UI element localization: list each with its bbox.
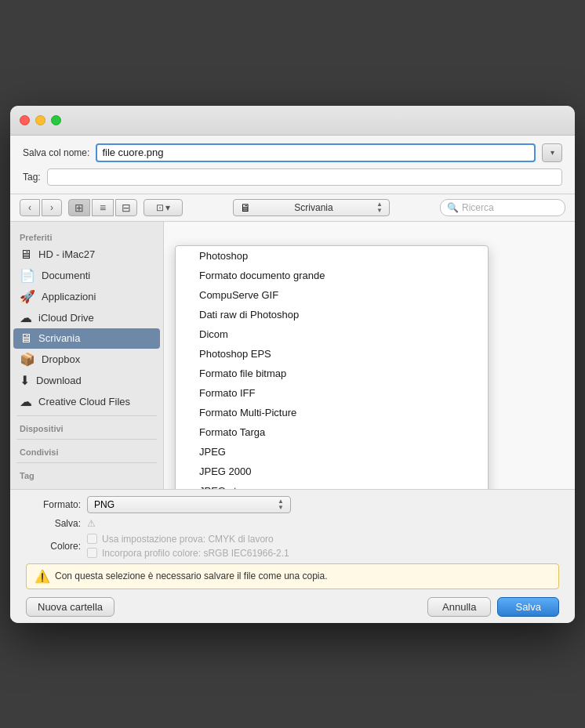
grid-icon: ⊞: [74, 201, 84, 214]
usa-impostazione-checkbox[interactable]: [87, 534, 97, 544]
format-arrows: ▲ ▼: [278, 498, 284, 511]
list-icon: ≡: [100, 201, 106, 214]
filename-input[interactable]: [96, 143, 536, 162]
incorpora-profilo-row: Incorpora profilo colore: sRGB IEC61966-…: [87, 548, 289, 559]
color-row: Colore: Usa impostazione prova: CMYK di …: [26, 534, 559, 559]
warning-text: Con questa selezione è necessario salvar…: [55, 570, 328, 581]
sidebar-item-creative-cloud[interactable]: ☁ Creative Cloud Files: [10, 391, 163, 412]
view-buttons: ⊞ ≡ ⊟: [68, 199, 137, 216]
dropdown-item-photoshop[interactable]: Photoshop: [176, 246, 488, 266]
dropbox-icon: 📦: [20, 352, 35, 367]
location-arrows: ▲ ▼: [376, 201, 383, 214]
location-select[interactable]: 🖥 Scrivania ▲ ▼: [233, 199, 390, 216]
icloud-icon: ☁: [20, 310, 32, 325]
sidebar-item-documenti[interactable]: 📄 Documenti: [10, 265, 163, 286]
sidebar: Preferiti 🖥 HD - iMac27 📄 Documenti 🚀 Ap…: [10, 222, 164, 489]
sidebar-item-label: Documenti: [42, 270, 90, 281]
sidebar-divider-1: [16, 415, 157, 416]
format-select[interactable]: PNG ▲ ▼: [87, 496, 291, 513]
usa-impostazione-label: Usa impostazione prova: CMYK di lavoro: [102, 534, 274, 545]
filename-row: Salva col nome: ▾: [23, 143, 562, 162]
sidebar-item-download[interactable]: ⬇ Download: [10, 370, 163, 391]
location-icon: 🖥: [240, 201, 251, 214]
sidebar-item-label: Applicazioni: [42, 291, 96, 302]
nav-arrows: ‹ ›: [20, 199, 62, 216]
dropdown-item-jpeg-stereo[interactable]: JPEG stereo: [176, 481, 488, 489]
save-button[interactable]: Salva: [497, 597, 559, 617]
incorpora-profilo-label: Incorpora profilo colore: sRGB IEC61966-…: [102, 548, 289, 559]
warning-icon: ⚠️: [35, 569, 50, 584]
tag-label: Tag:: [23, 172, 41, 183]
search-box[interactable]: 🔍 Ricerca: [440, 199, 565, 216]
devices-section-label: Dispositivi: [10, 419, 163, 436]
dropdown-item-jpeg[interactable]: JPEG: [176, 442, 488, 462]
tags-section-label: Tag: [10, 466, 163, 483]
columns-icon: ⊟: [122, 201, 131, 214]
dropdown-item-formato-grande[interactable]: Formato documento grande: [176, 266, 488, 285]
location-down-icon: ▼: [376, 208, 383, 214]
back-icon: ‹: [28, 202, 31, 213]
view-list-button[interactable]: ≡: [92, 199, 114, 216]
sidebar-item-scrivania[interactable]: 🖥 Scrivania: [13, 328, 160, 349]
warning-triangle: ⚠: [87, 518, 96, 529]
usa-impostazione-row: Usa impostazione prova: CMYK di lavoro: [87, 534, 289, 545]
format-dropdown[interactable]: Photoshop Formato documento grande Compu…: [175, 245, 489, 489]
hd-icon: 🖥: [20, 248, 32, 262]
search-placeholder: Ricerca: [462, 202, 494, 213]
sidebar-item-label: Download: [36, 375, 82, 386]
view-columns-button[interactable]: ⊟: [115, 199, 137, 216]
format-label: Formato:: [26, 499, 81, 510]
forward-icon: ›: [50, 202, 53, 213]
new-folder-button[interactable]: Nuova cartella: [26, 597, 114, 617]
sidebar-item-applicazioni[interactable]: 🚀 Applicazioni: [10, 286, 163, 307]
download-icon: ⬇: [20, 373, 30, 388]
view-cover-button[interactable]: ⊡ ▾: [144, 199, 183, 216]
sidebar-item-label: Dropbox: [42, 353, 80, 365]
tag-row: Tag:: [23, 168, 562, 186]
bottom-panel: Formato: PNG ▲ ▼ Salva: ⚠ Colore: Usa im…: [10, 489, 575, 623]
file-area: Photoshop Formato documento grande Compu…: [164, 222, 575, 489]
location-text: Scrivania: [294, 202, 332, 213]
salva-label: Salva:: [26, 518, 81, 529]
nav-bar: ‹ › ⊞ ≡ ⊟ ⊡ ▾ 🖥 Scrivania: [10, 194, 575, 222]
documenti-icon: 📄: [20, 268, 35, 283]
sidebar-item-icloud[interactable]: ☁ iCloud Drive: [10, 307, 163, 328]
favorites-section-label: Preferiti: [10, 228, 163, 244]
incorpora-profilo-checkbox[interactable]: [87, 548, 97, 558]
format-row: Formato: PNG ▲ ▼: [26, 496, 559, 513]
tag-input[interactable]: [47, 168, 562, 186]
sidebar-divider-2: [16, 439, 157, 440]
cancel-button[interactable]: Annulla: [427, 597, 491, 617]
toolbar: Salva col nome: ▾ Tag:: [10, 136, 575, 194]
dropdown-item-targa[interactable]: Formato Targa: [176, 422, 488, 442]
forward-button[interactable]: ›: [42, 199, 62, 216]
color-label: Colore:: [26, 541, 81, 552]
applicazioni-icon: 🚀: [20, 289, 35, 304]
close-button[interactable]: [20, 115, 30, 125]
cover-chevron-icon: ▾: [165, 202, 170, 213]
dropdown-item-dicom[interactable]: Dicom: [176, 324, 488, 344]
save-dialog: Salva col nome: ▾ Tag: ‹ › ⊞ ≡: [10, 106, 575, 623]
titlebar: [10, 106, 575, 136]
sidebar-divider-3: [16, 462, 157, 463]
salva-row: Salva: ⚠: [26, 518, 559, 529]
dropdown-item-bitmap[interactable]: Formato file bitmap: [176, 364, 488, 383]
dropdown-item-eps[interactable]: Photoshop EPS: [176, 344, 488, 364]
dropdown-item-compuserve[interactable]: CompuServe GIF: [176, 285, 488, 305]
action-bar: Nuova cartella Annulla Salva: [26, 594, 559, 617]
sidebar-item-label: HD - iMac27: [38, 248, 95, 260]
view-grid-button[interactable]: ⊞: [68, 199, 90, 216]
chevron-down-icon: ▾: [550, 148, 554, 157]
dropdown-item-iff[interactable]: Formato IFF: [176, 383, 488, 403]
maximize-button[interactable]: [51, 115, 61, 125]
dropdown-item-jpeg2000[interactable]: JPEG 2000: [176, 462, 488, 481]
dropdown-item-dati-raw[interactable]: Dati raw di Photoshop: [176, 305, 488, 324]
scrivania-icon: 🖥: [20, 331, 32, 346]
back-button[interactable]: ‹: [20, 199, 40, 216]
dropdown-item-multi-picture[interactable]: Formato Multi-Picture: [176, 403, 488, 422]
minimize-button[interactable]: [35, 115, 45, 125]
action-buttons: Annulla Salva: [427, 597, 559, 617]
expand-button[interactable]: ▾: [542, 143, 562, 162]
sidebar-item-dropbox[interactable]: 📦 Dropbox: [10, 349, 163, 370]
sidebar-item-hd-imac[interactable]: 🖥 HD - iMac27: [10, 244, 163, 265]
